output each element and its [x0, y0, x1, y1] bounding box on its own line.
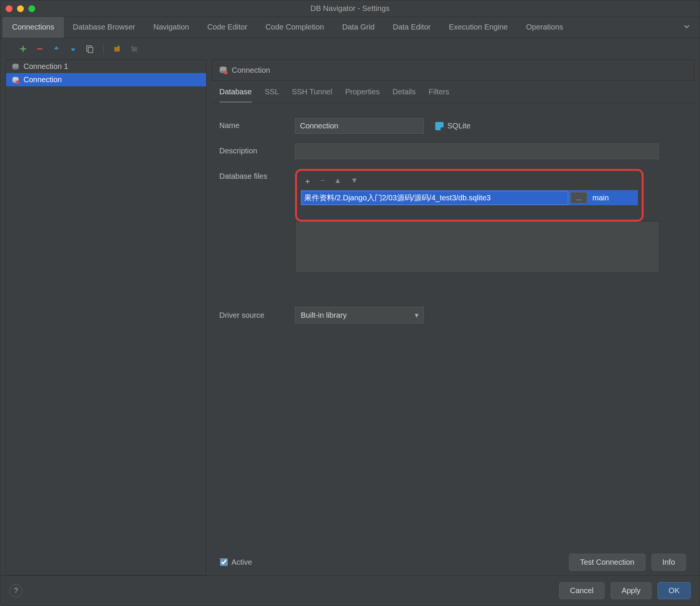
db-type-badge: SQLite: [435, 122, 470, 130]
tab-database-browser[interactable]: Database Browser: [64, 17, 144, 38]
active-label: Active: [231, 558, 252, 567]
database-form: Name SQLite Description Database files ＋: [212, 103, 694, 273]
remove-file-icon[interactable]: −: [320, 176, 325, 186]
database-error-icon: [11, 76, 20, 84]
help-button[interactable]: ?: [9, 584, 22, 597]
db-files-toolbar: ＋ − ▲ ▼: [301, 175, 638, 190]
subtab-properties[interactable]: Properties: [345, 87, 380, 103]
svg-point-6: [12, 67, 19, 70]
connection-item[interactable]: Connection: [6, 73, 206, 86]
tab-connections[interactable]: Connections: [3, 17, 64, 38]
import-icon[interactable]: [112, 44, 123, 54]
description-input[interactable]: [295, 144, 659, 159]
db-file-path-input[interactable]: 果件资料/2.Django入门2/03源码/源码/4_test3/db.sqli…: [302, 191, 568, 205]
connection-item[interactable]: Connection 1: [6, 60, 206, 73]
settings-window: DB Navigator - Settings Connections Data…: [0, 0, 700, 606]
sqlite-icon: [435, 122, 444, 130]
name-label: Name: [219, 118, 295, 130]
add-icon[interactable]: [18, 44, 28, 54]
connection-item-label: Connection: [23, 75, 62, 84]
dialog-footer: ? Cancel Apply OK: [0, 575, 700, 606]
content: Connection 1 Connection Connection Datab…: [0, 59, 700, 575]
tab-execution-engine[interactable]: Execution Engine: [440, 17, 517, 38]
active-checkbox[interactable]: [220, 558, 228, 566]
top-tabs: Connections Database Browser Navigation …: [0, 17, 700, 38]
subtab-ssh-tunnel[interactable]: SSH Tunnel: [292, 87, 332, 103]
connection-panel: Connection Database SSL SSH Tunnel Prope…: [212, 59, 694, 575]
connection-sub-tabs: Database SSL SSH Tunnel Properties Detai…: [212, 81, 694, 103]
tabs-overflow-icon[interactable]: [674, 23, 700, 32]
driver-source-label: Driver source: [219, 311, 295, 320]
tab-code-completion[interactable]: Code Completion: [256, 17, 333, 38]
move-up-icon[interactable]: [51, 44, 62, 54]
description-label: Description: [219, 144, 295, 155]
tab-code-editor[interactable]: Code Editor: [198, 17, 256, 38]
active-checkbox-wrap[interactable]: Active: [220, 558, 252, 567]
move-file-down-icon[interactable]: ▼: [350, 176, 358, 186]
toolbar-separator: [103, 44, 104, 54]
move-file-up-icon[interactable]: ▲: [334, 176, 342, 186]
driver-source-row: Driver source Built-in library: [212, 307, 694, 323]
db-type-label: SQLite: [447, 122, 470, 130]
subtab-filters[interactable]: Filters: [428, 87, 449, 103]
database-icon: [11, 62, 20, 71]
subtab-ssl[interactable]: SSL: [265, 87, 279, 103]
db-file-row[interactable]: 果件资料/2.Django入门2/03源码/源码/4_test3/db.sqli…: [301, 190, 638, 205]
move-down-icon[interactable]: [68, 44, 78, 54]
export-icon[interactable]: [129, 44, 139, 54]
browse-file-button[interactable]: ...: [570, 192, 587, 203]
ok-button[interactable]: OK: [658, 582, 691, 599]
tab-navigation[interactable]: Navigation: [144, 17, 198, 38]
copy-icon[interactable]: [84, 44, 95, 54]
connections-toolbar: [0, 38, 700, 59]
tab-data-editor[interactable]: Data Editor: [384, 17, 440, 38]
svg-rect-1: [88, 47, 93, 53]
tab-operations[interactable]: Operations: [517, 17, 572, 38]
subtab-details[interactable]: Details: [392, 87, 416, 103]
test-connection-button[interactable]: Test Connection: [569, 554, 645, 571]
connection-item-label: Connection 1: [23, 62, 68, 71]
subtab-database[interactable]: Database: [219, 87, 252, 103]
panel-header: Connection: [212, 59, 694, 81]
add-file-icon[interactable]: ＋: [304, 176, 311, 186]
tab-data-grid[interactable]: Data Grid: [333, 17, 384, 38]
titlebar: DB Navigator - Settings: [0, 0, 700, 17]
db-file-schema[interactable]: main: [592, 194, 638, 202]
db-files-list-area[interactable]: [295, 221, 659, 273]
connections-list: Connection 1 Connection: [6, 59, 206, 575]
remove-icon[interactable]: [34, 44, 45, 54]
name-input[interactable]: [295, 118, 424, 134]
database-error-icon: [219, 66, 227, 74]
db-files-label: Database files: [219, 169, 295, 181]
cancel-button[interactable]: Cancel: [559, 582, 605, 599]
info-button[interactable]: Info: [652, 554, 686, 571]
panel-title: Connection: [232, 66, 270, 75]
window-title: DB Navigator - Settings: [0, 4, 700, 13]
apply-button[interactable]: Apply: [611, 582, 652, 599]
db-files-highlight: ＋ − ▲ ▼ 果件资料/2.Django入门2/03源码/源码/4_test3…: [295, 169, 644, 222]
driver-source-select[interactable]: Built-in library: [295, 307, 424, 323]
panel-bottom-row: Active Test Connection Info: [212, 549, 694, 575]
